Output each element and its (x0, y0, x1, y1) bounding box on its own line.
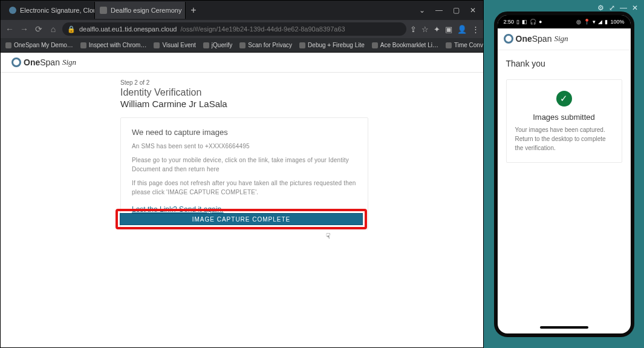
page-title: Identity Verification (120, 87, 368, 98)
image-capture-complete-button[interactable]: IMAGE CAPTURE COMPLETE (120, 213, 363, 225)
bookmark-icon (446, 42, 452, 48)
result-card: ✓ Images submitted Your images have been… (506, 79, 622, 163)
window-controls: ⌄ — ▢ ✕ (418, 6, 483, 15)
phone-status-bar: 2:50 ▯ ◧ 🎧 ● ◎ 📍 ▾ ◢ ▮ 100% (498, 15, 631, 28)
bookmark-item[interactable]: Ace Bookmarklet Li… (372, 42, 438, 48)
highlight-box: IMAGE CAPTURE COMPLETE (115, 209, 367, 229)
tab-bar: Electronic Signature, Cloud Auth × Dealf… (1, 1, 483, 20)
main-content: Step 2 of 2 Identity Verification Willia… (120, 79, 368, 229)
maximize-icon[interactable]: ▢ (452, 6, 460, 15)
button-label: IMAGE CAPTURE COMPLETE (192, 216, 291, 223)
status-icon: ◧ (522, 19, 527, 25)
brand-logo-icon (504, 34, 513, 44)
reload-icon[interactable]: ⟳ (33, 24, 44, 34)
bookmark-icon (154, 42, 160, 48)
favicon-icon (100, 7, 107, 14)
browser-window: Electronic Signature, Cloud Auth × Dealf… (0, 0, 484, 348)
bookmark-item[interactable]: Debug + Firebug Lite (299, 42, 365, 48)
battery-text: 100% (610, 19, 624, 25)
bookmark-icon (299, 42, 305, 48)
divider (1, 72, 483, 73)
new-tab-button[interactable]: + (186, 2, 201, 18)
extensions: ⇪ ☆ ✦ ▣ 👤 ⋮ (410, 25, 480, 34)
bookmark-item[interactable]: OneSpan My Demo… (5, 42, 73, 48)
network-icon: ◎ (576, 19, 581, 25)
status-icon: 🎧 (530, 19, 536, 25)
page-content: OneSpanSign Step 2 of 2 Identity Verific… (1, 53, 483, 347)
bookmark-icon (5, 42, 11, 48)
bookmarks-bar: OneSpan My Demo… Inspect with Chrom… Vis… (1, 38, 483, 53)
instruction-text: Please go to your mobile device, click o… (132, 156, 357, 174)
status-icon: ● (539, 19, 542, 25)
home-icon[interactable]: ⌂ (48, 24, 59, 34)
bookmark-icon (80, 42, 86, 48)
url-host: dealflo.uat.eu1.tid.onespan.cloud (79, 25, 177, 33)
onespan-brand: OneSpanSign (11, 57, 76, 67)
phone-nav-bar (498, 321, 631, 333)
signal-icon: ◢ (598, 19, 602, 25)
refresh-text: If this page does not refresh after you … (132, 179, 357, 197)
bookmark-item[interactable]: Scan for Privacy (239, 42, 292, 48)
bookmark-item[interactable]: Time Converter – C… (446, 42, 483, 48)
sms-text: An SMS has been sent to +XXXX6664495 (132, 142, 357, 151)
phone-time: 2:50 (504, 19, 515, 25)
phone-frame: 2:50 ▯ ◧ 🎧 ● ◎ 📍 ▾ ◢ ▮ 100% OneSpanSign … (494, 11, 634, 337)
check-icon: ✓ (556, 91, 572, 107)
extensions-icon[interactable]: ✦ (434, 25, 440, 34)
user-name: William Carmine Jr LaSala (120, 99, 368, 109)
phone-body: Thank you ✓ Images submitted Your images… (498, 50, 631, 171)
close-window-icon[interactable]: ✕ (469, 6, 477, 15)
menu-icon[interactable]: ⋮ (472, 25, 480, 34)
forward-icon[interactable]: → (19, 24, 30, 34)
panel-window-controls: ⚙ ⤢ — ✕ (597, 4, 638, 12)
bookmark-item[interactable]: Inspect with Chrom… (80, 42, 147, 48)
bookmark-item[interactable]: Visual Event (154, 42, 195, 48)
bookmark-icon (239, 42, 246, 48)
phone-header: OneSpanSign (498, 28, 631, 50)
bookmark-icon (372, 42, 378, 48)
brand-sign: Sign (62, 57, 76, 67)
expand-icon[interactable]: ⤢ (609, 4, 615, 12)
bookmark-item[interactable]: jQuerify (203, 42, 232, 48)
cursor-icon: ☟ (326, 232, 330, 240)
favicon-icon (9, 7, 16, 14)
avatar-icon[interactable]: 👤 (457, 25, 467, 34)
tab-1[interactable]: Electronic Signature, Cloud Auth × (4, 2, 95, 19)
card-heading: We need to capture images (132, 128, 357, 137)
location-icon: 📍 (584, 19, 590, 25)
star-icon[interactable]: ☆ (421, 25, 429, 34)
close-icon[interactable]: ✕ (632, 4, 638, 12)
status-icon: ▯ (516, 19, 519, 25)
tab-2-active[interactable]: Dealflo esign Ceremony × (95, 2, 186, 19)
brand-logo-icon (11, 57, 21, 67)
nav-pill-icon[interactable] (540, 326, 588, 329)
share-icon[interactable]: ⇪ (410, 25, 417, 34)
wifi-icon: ▾ (593, 19, 596, 25)
battery-icon: ▮ (605, 19, 608, 25)
back-icon[interactable]: ← (4, 24, 15, 34)
minimize-icon[interactable]: — (620, 4, 627, 12)
url-path: /oss/#/esign/14e19b24-139d-44dd-9e62-8a9… (180, 25, 345, 33)
minimize-icon[interactable]: — (435, 6, 443, 15)
url-input[interactable]: 🔒 dealflo.uat.eu1.tid.onespan.cloud/oss/… (62, 22, 406, 36)
bookmark-icon (203, 42, 209, 48)
tab-title: Dealflo esign Ceremony (111, 7, 181, 14)
result-heading: Images submitted (515, 113, 613, 122)
step-indicator: Step 2 of 2 (120, 79, 368, 86)
phone-panel: ⚙ ⤢ — ✕ 2:50 ▯ ◧ 🎧 ● ◎ 📍 ▾ ◢ ▮ 100% OneS… (484, 0, 644, 348)
gear-icon[interactable]: ⚙ (597, 4, 604, 12)
cube-icon[interactable]: ▣ (445, 25, 452, 34)
address-bar: ← → ⟳ ⌂ 🔒 dealflo.uat.eu1.tid.onespan.cl… (1, 20, 483, 38)
tab-title: Electronic Signature, Cloud Auth (20, 7, 95, 14)
result-body: Your images have been captured. Return t… (515, 125, 613, 153)
lock-icon: 🔒 (67, 25, 76, 33)
chevron-down-icon[interactable]: ⌄ (418, 6, 426, 15)
thank-you-heading: Thank you (506, 59, 622, 68)
